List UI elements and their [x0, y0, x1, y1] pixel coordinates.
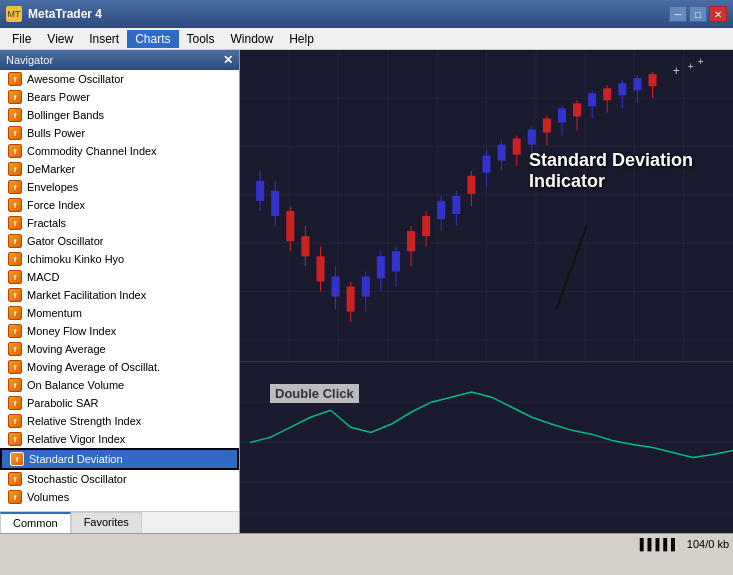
nav-item-moving-average-of-oscillat.[interactable]: fMoving Average of Oscillat. — [0, 358, 239, 376]
menu-file[interactable]: File — [4, 30, 39, 48]
restore-button[interactable]: □ — [689, 6, 707, 22]
nav-item-label: Moving Average — [27, 343, 106, 355]
nav-item-label: Fractals — [27, 217, 66, 229]
svg-rect-21 — [286, 211, 294, 241]
nav-item-icon: f — [8, 378, 22, 392]
nav-item-label: Bears Power — [27, 91, 90, 103]
nav-item-label: On Balance Volume — [27, 379, 124, 391]
nav-item-icon: f — [8, 360, 22, 374]
nav-item-parabolic-sar[interactable]: fParabolic SAR — [0, 394, 239, 412]
nav-item-moving-average[interactable]: fMoving Average — [0, 340, 239, 358]
nav-item-icon: f — [8, 108, 22, 122]
chart-area: + + + Standard Deviation Indicator — [240, 50, 733, 533]
memory-text: 104/0 kb — [687, 538, 729, 550]
nav-item-label: Market Facilitation Index — [27, 289, 146, 301]
nav-item-label: Moving Average of Oscillat. — [27, 361, 160, 373]
svg-rect-31 — [362, 276, 370, 296]
svg-rect-47 — [482, 156, 490, 173]
nav-item-gator-oscillator[interactable]: fGator Oscillator — [0, 232, 239, 250]
menu-window[interactable]: Window — [223, 30, 282, 48]
nav-item-label: Momentum — [27, 307, 82, 319]
nav-item-commodity-channel-index[interactable]: fCommodity Channel Index — [0, 142, 239, 160]
nav-item-label: Standard Deviation — [29, 453, 123, 465]
nav-item-icon: f — [8, 216, 22, 230]
menu-insert[interactable]: Insert — [81, 30, 127, 48]
navigator-header: Navigator ✕ — [0, 50, 239, 70]
title-bar-controls: ─ □ ✕ — [669, 6, 727, 22]
svg-rect-69 — [648, 74, 656, 86]
nav-item-on-balance-volume[interactable]: fOn Balance Volume — [0, 376, 239, 394]
svg-rect-53 — [528, 129, 536, 144]
svg-rect-17 — [256, 181, 264, 201]
tab-common[interactable]: Common — [0, 512, 71, 533]
nav-item-label: Parabolic SAR — [27, 397, 99, 409]
nav-item-relative-strength-index[interactable]: fRelative Strength Index — [0, 412, 239, 430]
double-click-label: Double Click — [270, 384, 359, 403]
navigator-list[interactable]: fAwesome OscillatorfBears PowerfBollinge… — [0, 70, 239, 511]
nav-item-icon: f — [8, 198, 22, 212]
nav-item-icon: f — [10, 452, 24, 466]
nav-item-demarker[interactable]: fDeMarker — [0, 160, 239, 178]
main-area: Navigator ✕ fAwesome OscillatorfBears Po… — [0, 50, 733, 533]
navigator-close-button[interactable]: ✕ — [223, 53, 233, 67]
nav-item-label: Ichimoku Kinko Hyo — [27, 253, 124, 265]
menu-view[interactable]: View — [39, 30, 81, 48]
nav-item-ichimoku-kinko-hyo[interactable]: fIchimoku Kinko Hyo — [0, 250, 239, 268]
nav-item-label: Envelopes — [27, 181, 78, 193]
nav-item-label: Volumes — [27, 491, 69, 503]
nav-item-icon: f — [8, 324, 22, 338]
nav-item-bulls-power[interactable]: fBulls Power — [0, 124, 239, 142]
menu-charts[interactable]: Charts — [127, 30, 178, 48]
nav-item-bears-power[interactable]: fBears Power — [0, 88, 239, 106]
nav-item-standard-deviation[interactable]: fStandard Deviation — [0, 448, 239, 470]
nav-item-icon: f — [8, 234, 22, 248]
svg-rect-61 — [588, 93, 596, 106]
svg-rect-25 — [316, 256, 324, 281]
nav-item-force-index[interactable]: fForce Index — [0, 196, 239, 214]
status-bar: ▌▌▌▌▌ 104/0 kb — [0, 533, 733, 553]
nav-item-label: Gator Oscillator — [27, 235, 103, 247]
nav-item-bollinger-bands[interactable]: fBollinger Bands — [0, 106, 239, 124]
menu-bar: File View Insert Charts Tools Window Hel… — [0, 28, 733, 50]
minimize-button[interactable]: ─ — [669, 6, 687, 22]
navigator-title: Navigator — [6, 54, 53, 66]
nav-item-icon: f — [8, 144, 22, 158]
nav-item-label: Relative Vigor Index — [27, 433, 125, 445]
tab-favorites[interactable]: Favorites — [71, 512, 142, 533]
svg-rect-43 — [452, 196, 460, 214]
nav-item-awesome-oscillator[interactable]: fAwesome Oscillator — [0, 70, 239, 88]
navigator-panel: Navigator ✕ fAwesome OscillatorfBears Po… — [0, 50, 240, 533]
nav-item-momentum[interactable]: fMomentum — [0, 304, 239, 322]
svg-rect-65 — [618, 83, 626, 95]
svg-rect-59 — [573, 103, 581, 116]
svg-rect-29 — [347, 286, 355, 311]
nav-item-envelopes[interactable]: fEnvelopes — [0, 178, 239, 196]
app-icon: MT — [6, 6, 22, 22]
svg-rect-41 — [437, 201, 445, 219]
menu-help[interactable]: Help — [281, 30, 322, 48]
close-button[interactable]: ✕ — [709, 6, 727, 22]
nav-item-macd[interactable]: fMACD — [0, 268, 239, 286]
nav-item-icon: f — [8, 72, 22, 86]
svg-text:+: + — [698, 56, 704, 67]
svg-rect-33 — [377, 256, 385, 278]
nav-item-money-flow-index[interactable]: fMoney Flow Index — [0, 322, 239, 340]
svg-rect-39 — [422, 216, 430, 236]
svg-rect-27 — [332, 276, 340, 296]
svg-text:+: + — [688, 61, 694, 72]
annotation-title: Standard Deviation Indicator — [529, 150, 693, 192]
nav-item-market-facilitation-index[interactable]: fMarket Facilitation Index — [0, 286, 239, 304]
nav-item-volumes[interactable]: fVolumes — [0, 488, 239, 506]
nav-item-fractals[interactable]: fFractals — [0, 214, 239, 232]
nav-item-stochastic-oscillator[interactable]: fStochastic Oscillator — [0, 470, 239, 488]
menu-tools[interactable]: Tools — [179, 30, 223, 48]
svg-rect-45 — [467, 176, 475, 194]
nav-item-relative-vigor-index[interactable]: fRelative Vigor Index — [0, 430, 239, 448]
svg-rect-67 — [633, 78, 641, 90]
nav-item-icon: f — [8, 432, 22, 446]
nav-item-label: Awesome Oscillator — [27, 73, 124, 85]
nav-item-icon: f — [8, 162, 22, 176]
navigator-tabs: Common Favorites — [0, 511, 239, 533]
nav-item-icon: f — [8, 414, 22, 428]
nav-item-icon: f — [8, 180, 22, 194]
